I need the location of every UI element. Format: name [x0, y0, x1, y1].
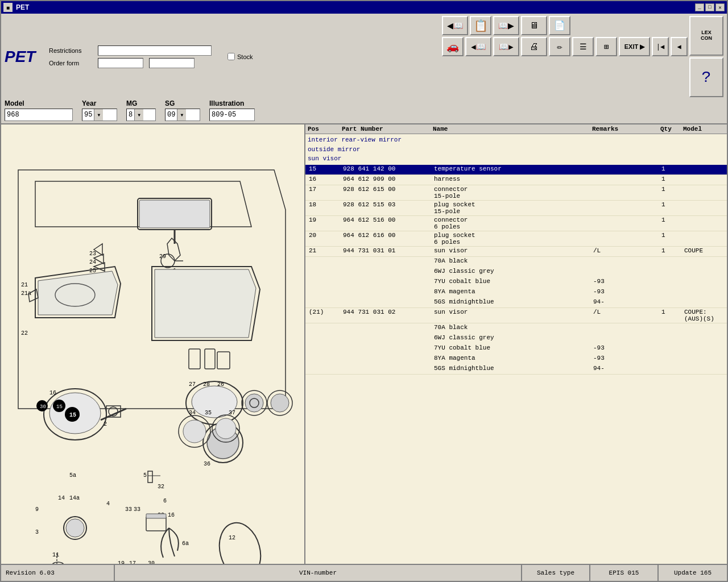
svg-text:2: 2	[104, 421, 107, 427]
section-outside-mirror: outside mirror	[308, 145, 725, 155]
stock-label: Stock	[237, 53, 253, 60]
svg-text:30: 30	[148, 560, 155, 564]
table-row[interactable]: 7YU cobalt blue -93	[305, 277, 727, 288]
cell-pos: 21	[308, 247, 342, 254]
table-row[interactable]: 7YU cobalt blue -93	[305, 344, 727, 354]
status-epis: EPIS 015	[590, 565, 659, 581]
table-row[interactable]: 15 928 641 142 00 temperature sensor 1	[305, 165, 727, 175]
model-input[interactable]	[5, 109, 73, 121]
close-button[interactable]: ✕	[715, 3, 725, 11]
table-row[interactable]: 5GS midnightblue 94-	[305, 364, 727, 375]
document-button[interactable]: 📄	[549, 16, 570, 35]
svg-point-17	[271, 394, 289, 412]
table-row[interactable]: 8YA magenta -93	[305, 288, 727, 298]
svg-text:26: 26	[217, 381, 224, 388]
table-row[interactable]: (21) 944 731 031 02 sun visor /L 1 COUPE…	[305, 308, 727, 323]
svg-text:6: 6	[163, 498, 167, 504]
first-button[interactable]: |◀	[652, 37, 669, 56]
cell-pos: 18	[308, 201, 342, 208]
svg-text:15: 15	[69, 412, 76, 418]
header-remarks: Remarks	[592, 126, 660, 132]
table-row[interactable]: 17 928 612 615 00 connector15-pole 1	[305, 185, 727, 201]
mg-field-group: MG 8 ▼	[126, 99, 156, 121]
header-pos: Pos	[308, 126, 342, 132]
stock-checkbox-area: Stock	[228, 53, 253, 60]
svg-rect-82	[146, 517, 166, 531]
cell-qty: 1	[660, 309, 683, 315]
table-row[interactable]: 70A black	[305, 257, 727, 267]
order-form-input1[interactable]	[98, 58, 143, 68]
illustration-input[interactable]	[209, 109, 255, 121]
table-row[interactable]: 18 928 612 515 03 plug socket15-pole 1	[305, 201, 727, 216]
status-revision: Revision 6.03	[1, 565, 115, 581]
car-button[interactable]: 🚗	[442, 37, 464, 56]
cell-qty: 1	[660, 176, 683, 182]
window-title: PET	[16, 3, 29, 11]
cell-qty: 1	[660, 186, 683, 193]
year-select[interactable]: 95 ▼	[82, 109, 117, 121]
status-update: Update 165	[659, 565, 727, 581]
svg-text:14a: 14a	[69, 495, 80, 501]
cell-pos: 16	[308, 176, 342, 182]
table-row[interactable]: 21 944 731 031 01 sun visor /L 1 COUPE	[305, 247, 727, 257]
book-next-button[interactable]: 📖▶	[493, 16, 519, 35]
help-button[interactable]: ?	[689, 57, 723, 97]
cell-pos: 15	[308, 165, 342, 172]
main-content: 15 15	[1, 124, 727, 564]
parts-table-body[interactable]: interior rear-view mirror outside mirror…	[305, 134, 727, 564]
stock-checkbox[interactable]	[228, 53, 235, 60]
restrictions-row: Restrictions	[49, 45, 212, 56]
restrictions-input[interactable]	[98, 45, 212, 56]
table-row[interactable]: 19 964 612 516 00 connector6 poles 1	[305, 216, 727, 231]
cell-part-number: 964 612 909 00	[342, 176, 433, 182]
sg-arrow[interactable]: ▼	[177, 109, 186, 120]
table-row[interactable]: 16 964 612 909 00 harness 1	[305, 175, 727, 185]
order-form-row: Order form	[49, 58, 212, 68]
order-form-label: Order form	[49, 60, 94, 66]
svg-point-90	[161, 254, 175, 268]
table-row[interactable]: 6WJ classic grey	[305, 334, 727, 344]
exit-button[interactable]: EXIT ▶	[619, 37, 650, 56]
mg-arrow[interactable]: ▼	[134, 109, 143, 120]
cell-name: connector15-pole	[433, 186, 592, 199]
cell-qty: 1	[660, 217, 683, 223]
statusbar: Revision 6.03 VIN-number Sales type EPIS…	[1, 564, 727, 581]
cell-remarks: /L	[592, 309, 660, 315]
mg-select[interactable]: 8 ▼	[126, 109, 156, 121]
book-prev-button[interactable]: ◀📖	[442, 16, 468, 35]
svg-text:4: 4	[106, 501, 110, 507]
table-row[interactable]: 70A black	[305, 323, 727, 334]
year-arrow[interactable]: ▼	[94, 109, 103, 120]
cell-name: 8YA magenta	[433, 288, 592, 295]
nav-prev-button[interactable]: ◀📖	[465, 37, 491, 56]
table-row[interactable]: 8YA magenta -93	[305, 354, 727, 364]
back-button[interactable]: ◀	[671, 37, 688, 56]
svg-text:16: 16	[168, 512, 175, 518]
minimize-button[interactable]: _	[695, 3, 704, 11]
svg-text:9: 9	[35, 506, 39, 513]
order-form-input2[interactable]	[149, 58, 195, 68]
parts-table-header: Pos Part Number Name Remarks Qty Model	[305, 124, 727, 134]
printer-button[interactable]: 🖨	[521, 37, 547, 56]
cell-pos: 20	[308, 232, 342, 239]
table-row[interactable]: 5GS midnightblue 94-	[305, 298, 727, 308]
svg-text:25: 25	[89, 268, 96, 274]
book-icon[interactable]: 📋	[470, 16, 491, 35]
list-button[interactable]: ☰	[572, 37, 594, 56]
pencil-button[interactable]: ✏	[549, 37, 570, 56]
status-vin: VIN-number	[115, 565, 522, 581]
model-row: Model Year 95 ▼ MG 8 ▼ SG 09	[5, 99, 723, 121]
monitor-button[interactable]: 🖥	[521, 16, 547, 35]
table-row[interactable]: 6WJ classic grey	[305, 267, 727, 277]
svg-text:33: 33	[134, 506, 140, 513]
lex-con-button[interactable]: LEXCON	[689, 16, 723, 56]
illustration-label: Illustration	[209, 99, 255, 107]
table-row[interactable]: 20 964 612 616 00 plug socket6 poles 1	[305, 231, 727, 247]
sg-select[interactable]: 09 ▼	[165, 109, 200, 121]
cell-name: plug socket15-pole	[433, 201, 592, 215]
grid-button[interactable]: ⊞	[595, 37, 617, 56]
cell-part-number: 964 612 616 00	[342, 232, 433, 239]
maximize-button[interactable]: □	[705, 3, 714, 11]
top-btn-group: ◀📖 📋 📖▶ 🖥 📄 🚗	[442, 16, 723, 97]
nav-next-button[interactable]: 📖▶	[493, 37, 519, 56]
